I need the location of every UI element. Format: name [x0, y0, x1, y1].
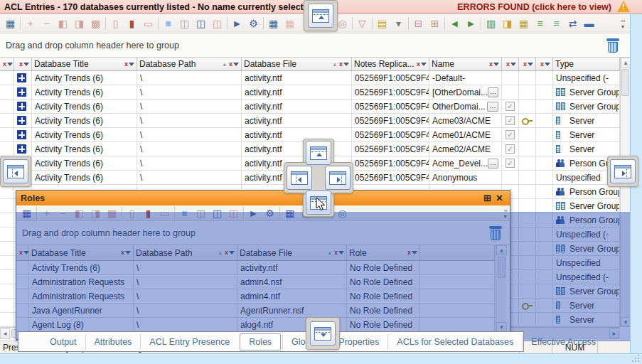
dock-center-right-button[interactable]: [325, 166, 351, 190]
table-row[interactable]: Activity Trends (6)\activity.ntf052569F1…: [0, 100, 620, 114]
grid-settings-icon[interactable]: ▦: [2, 16, 18, 31]
tab-acl-entry-presence[interactable]: ACL Entry Presence: [140, 334, 238, 350]
checkbox-checked[interactable]: ✓: [505, 102, 515, 111]
dock-top-button[interactable]: [308, 4, 333, 28]
group-tree-alt-icon[interactable]: ≡: [548, 16, 565, 31]
show-columns-icon[interactable]: ▥: [483, 16, 499, 31]
highlight-column-icon[interactable]: ▮: [124, 16, 140, 31]
checkbox-checked[interactable]: ✓: [505, 144, 515, 154]
close-button[interactable]: ×: [493, 193, 505, 204]
collapse-rows-icon[interactable]: ⊟: [410, 16, 427, 31]
toolbar-overflow-chevron[interactable]: ››▾: [621, 18, 625, 30]
errors-found-link[interactable]: ERRORS FOUND (click here to view): [457, 2, 611, 12]
checkbox-checked[interactable]: ✓: [505, 130, 515, 139]
cell-blank: [536, 85, 553, 100]
move-column-left-icon[interactable]: ◧: [55, 16, 71, 31]
table-row[interactable]: Activity Trends (6)\activity.ntf052569F1…: [0, 71, 620, 85]
maximize-button[interactable]: ⊞: [481, 193, 493, 204]
tab-output[interactable]: Output: [41, 334, 85, 350]
dock-center-top-button[interactable]: [306, 141, 331, 165]
filter-icon[interactable]: x: [19, 61, 29, 68]
checkbox-checked[interactable]: ✓: [505, 116, 515, 125]
column-header-database-title[interactable]: Database Titlex: [32, 58, 137, 71]
checkbox-checked[interactable]: ✓: [505, 159, 515, 168]
ellipsis-button[interactable]: …: [488, 159, 498, 168]
insert-column-icon[interactable]: ▯: [107, 16, 124, 31]
dock-left-button[interactable]: [3, 159, 28, 183]
filter-icon[interactable]: x: [339, 61, 349, 68]
column-header-notes-replica[interactable]: Notes Replica...x: [352, 58, 429, 71]
scroll-thumb[interactable]: [621, 69, 629, 96]
column-header-database-path[interactable]: Database Path▲x: [137, 58, 242, 71]
clear-filter-icon[interactable]: ▽: [354, 16, 370, 31]
cell-type: Server Group: [553, 85, 620, 100]
copy-settings-icon[interactable]: ◫: [209, 16, 225, 31]
filter-icon[interactable]: x: [506, 61, 516, 68]
grid-properties-icon[interactable]: ▦: [265, 16, 282, 31]
table-row[interactable]: Activity Trends (6)\activity.ntf052569F1…: [0, 114, 620, 128]
filter-icon[interactable]: x: [489, 61, 499, 68]
filter-icon[interactable]: x: [417, 61, 427, 68]
column-header-blank[interactable]: x: [502, 58, 519, 71]
main-group-by-area[interactable]: Drag and drop column header here to grou…: [0, 33, 630, 58]
add-item-icon[interactable]: +: [22, 16, 38, 31]
column-header-database-file[interactable]: Database File▲x: [242, 58, 352, 71]
filter-icon[interactable]: x: [523, 61, 533, 68]
copy-icon[interactable]: ◫: [176, 16, 193, 31]
column-header-blank[interactable]: x: [0, 58, 14, 71]
cell-database-path: \: [137, 100, 242, 114]
tab-roles[interactable]: Roles: [240, 333, 281, 350]
ellipsis-button[interactable]: …: [487, 102, 498, 112]
clipboard-dropdown-icon[interactable]: ▾: [390, 16, 407, 31]
column-header-blank[interactable]: x: [536, 58, 553, 71]
ellipsis-button[interactable]: …: [488, 87, 498, 97]
row-selector-cell: [0, 85, 14, 100]
resize-grip[interactable]: [631, 355, 640, 363]
clipboard-notes-icon[interactable]: ▤: [374, 16, 390, 31]
trash-icon[interactable]: [607, 38, 619, 53]
column-header-name[interactable]: Namex: [429, 58, 502, 71]
roles-window-titlebar[interactable]: Roles ⊞ ×: [16, 191, 510, 205]
grid-layout-icon[interactable]: ▦: [282, 16, 298, 31]
move-column-right-icon[interactable]: ◨: [71, 16, 87, 31]
column-chooser-icon[interactable]: ◨: [499, 16, 515, 31]
tab-attributes[interactable]: Attributes: [85, 334, 141, 350]
cell-blank: [536, 114, 553, 128]
tab-effective-access[interactable]: Effective Access: [522, 334, 604, 350]
expand-rows-icon[interactable]: ⊞: [427, 16, 443, 31]
remove-item-icon[interactable]: −: [38, 16, 55, 31]
column-header-type[interactable]: Type: [553, 58, 620, 71]
filter-icon[interactable]: x: [540, 61, 550, 68]
cell-notes-replica: 052569F1:005C9F4E: [352, 100, 429, 114]
import-green-icon[interactable]: ◄: [446, 16, 463, 31]
hide-column-icon[interactable]: ▭: [140, 16, 156, 31]
console-view-icon[interactable]: ▬: [581, 16, 597, 31]
tab-acls-for-selected-databases[interactable]: ACLs for Selected Databases: [387, 334, 522, 350]
filter-icon[interactable]: x: [124, 61, 134, 68]
filter-icon[interactable]: x: [3, 61, 13, 68]
export-green-icon[interactable]: ►: [463, 16, 479, 31]
column-header-blank[interactable]: x: [519, 58, 536, 71]
scroll-left-button[interactable]: ◄: [0, 328, 10, 339]
filter-icon[interactable]: x: [229, 61, 239, 68]
copy-with-headers-icon[interactable]: ◫: [193, 16, 209, 31]
dock-center-left-button[interactable]: [287, 166, 312, 190]
cell-database-title: Activity Trends (6): [32, 100, 137, 114]
swap-view-icon[interactable]: ⇄: [565, 16, 581, 31]
run-process-icon[interactable]: ⚙: [245, 16, 262, 31]
cell-type: Unspecified (-: [553, 71, 620, 85]
cell-database-title: Activity Trends (6): [32, 156, 137, 171]
dock-right-button[interactable]: [610, 159, 636, 183]
export-data-icon[interactable]: ►: [229, 16, 245, 31]
dock-bottom-button[interactable]: [310, 321, 336, 346]
table-row[interactable]: Activity Trends (6)\activity.ntf052569F1…: [0, 85, 620, 100]
cell-key: [519, 71, 536, 85]
cell-type: Server Group: [553, 100, 620, 114]
scroll-up-button[interactable]: ▲: [621, 58, 631, 68]
warning-icon[interactable]: !: [617, 1, 631, 13]
selection-mode-icon[interactable]: ■: [160, 16, 176, 31]
group-tree-icon[interactable]: ≡: [532, 16, 548, 31]
column-header-blank[interactable]: x: [14, 58, 32, 71]
select-all-cells-icon[interactable]: ▩: [87, 16, 104, 31]
grid-options-icon[interactable]: ▦: [515, 16, 532, 31]
